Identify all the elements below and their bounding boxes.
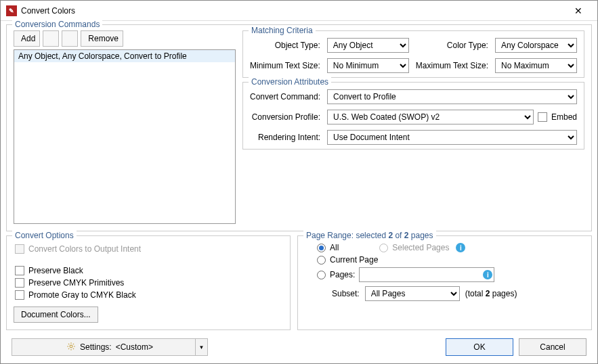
convert-options-group: Convert Options Convert Colors to Output… bbox=[6, 235, 291, 330]
convert-command-label: Convert Command: bbox=[250, 92, 320, 101]
pages-label: Pages: bbox=[330, 270, 355, 279]
min-text-size-label: Minimum Text Size: bbox=[250, 61, 320, 70]
current-page-radio[interactable] bbox=[317, 256, 326, 265]
object-type-label: Object Type: bbox=[250, 41, 320, 50]
preserve-cmyk-label: Preserve CMYK Primitives bbox=[28, 278, 124, 288]
selected-pages-radio bbox=[379, 244, 388, 252]
preserve-cmyk-checkbox[interactable] bbox=[15, 278, 24, 288]
ok-button[interactable]: OK bbox=[446, 338, 513, 356]
settings-label: Settings: bbox=[80, 342, 112, 352]
close-button[interactable]: ✕ bbox=[565, 5, 592, 16]
promote-gray-checkbox[interactable] bbox=[15, 290, 24, 300]
dialog-footer: Settings: <Custom> ▼ OK Cancel bbox=[6, 334, 592, 360]
window-title: Convert Colors bbox=[21, 6, 565, 16]
commands-listbox[interactable]: Any Object, Any Colorspace, Convert to P… bbox=[14, 49, 236, 224]
object-type-select[interactable]: Any Object bbox=[327, 38, 409, 53]
max-text-size-select[interactable]: No Maximum bbox=[495, 58, 577, 73]
color-type-select[interactable]: Any Colorspace bbox=[495, 38, 577, 53]
settings-button[interactable]: Settings: <Custom> ▼ bbox=[12, 338, 208, 356]
all-pages-label: All bbox=[330, 243, 339, 252]
svg-line-13 bbox=[73, 343, 74, 344]
remove-label: Remove bbox=[88, 34, 119, 43]
current-page-label: Current Page bbox=[330, 255, 378, 265]
matching-criteria-group: Matching Criteria Object Type: Any Objec… bbox=[242, 30, 584, 78]
subset-label: Subset: bbox=[332, 289, 360, 298]
group-title: Convert Options bbox=[12, 231, 77, 240]
list-item[interactable]: Any Object, Any Colorspace, Convert to P… bbox=[14, 50, 235, 62]
pages-radio[interactable] bbox=[317, 271, 326, 279]
embed-checkbox[interactable] bbox=[538, 112, 547, 122]
settings-value: <Custom> bbox=[116, 342, 153, 352]
group-title: Matching Criteria bbox=[249, 26, 316, 35]
rendering-intent-select[interactable]: Use Document Intent bbox=[327, 130, 577, 145]
color-type-label: Color Type: bbox=[416, 41, 488, 50]
svg-line-12 bbox=[73, 348, 74, 348]
conversion-attributes-group: Conversion Attributes Convert Command: C… bbox=[242, 82, 584, 150]
page-range-group: Page Range: selected 2 of 2 pages All Se… bbox=[297, 235, 592, 330]
group-title: Conversion Commands bbox=[12, 20, 102, 29]
min-text-size-select[interactable]: No Minimum bbox=[327, 58, 409, 73]
cancel-button[interactable]: Cancel bbox=[519, 338, 586, 356]
group-title: Conversion Attributes bbox=[249, 77, 331, 87]
pages-input[interactable] bbox=[359, 267, 494, 282]
max-text-size-label: Maximum Text Size: bbox=[416, 61, 488, 70]
move-down-button[interactable] bbox=[62, 30, 78, 47]
svg-line-11 bbox=[68, 343, 69, 344]
conversion-commands-group: Conversion Commands Add bbox=[6, 24, 592, 231]
group-title: Page Range: selected 2 of 2 pages bbox=[303, 231, 436, 240]
embed-label: Embed bbox=[551, 112, 577, 122]
promote-gray-label: Promote Gray to CMYK Black bbox=[28, 290, 136, 300]
convert-to-output-intent-checkbox bbox=[15, 244, 24, 254]
conversion-profile-select[interactable]: U.S. Web Coated (SWOP) v2 bbox=[327, 110, 534, 124]
selected-pages-label: Selected Pages bbox=[392, 243, 449, 252]
add-label: Add bbox=[21, 34, 35, 43]
remove-button[interactable]: Remove bbox=[81, 30, 123, 47]
convert-to-output-intent-label: Convert Colors to Output Intent bbox=[28, 244, 141, 254]
commands-toolbar: Add bbox=[14, 30, 236, 47]
titlebar: ✎ Convert Colors ✕ bbox=[1, 1, 597, 21]
convert-colors-dialog: ✎ Convert Colors ✕ Conversion Commands A… bbox=[0, 0, 598, 364]
add-button[interactable]: Add bbox=[14, 30, 40, 47]
document-colors-button[interactable]: Document Colors... bbox=[14, 306, 98, 323]
app-icon: ✎ bbox=[6, 5, 17, 16]
info-icon[interactable]: i bbox=[456, 243, 465, 252]
svg-point-6 bbox=[70, 345, 72, 348]
conversion-profile-label: Conversion Profile: bbox=[250, 112, 320, 122]
gear-icon bbox=[66, 342, 76, 353]
total-pages-label: (total 2 pages) bbox=[465, 289, 517, 298]
svg-line-14 bbox=[68, 348, 69, 348]
chevron-down-icon[interactable]: ▼ bbox=[195, 339, 207, 355]
move-up-button[interactable] bbox=[43, 30, 59, 47]
rendering-intent-label: Rendering Intent: bbox=[250, 133, 320, 142]
preserve-black-checkbox[interactable] bbox=[15, 266, 24, 275]
convert-command-select[interactable]: Convert to Profile bbox=[327, 89, 577, 104]
all-pages-radio[interactable] bbox=[317, 244, 326, 252]
preserve-black-label: Preserve Black bbox=[28, 266, 83, 275]
subset-select[interactable]: All Pages bbox=[365, 286, 460, 301]
